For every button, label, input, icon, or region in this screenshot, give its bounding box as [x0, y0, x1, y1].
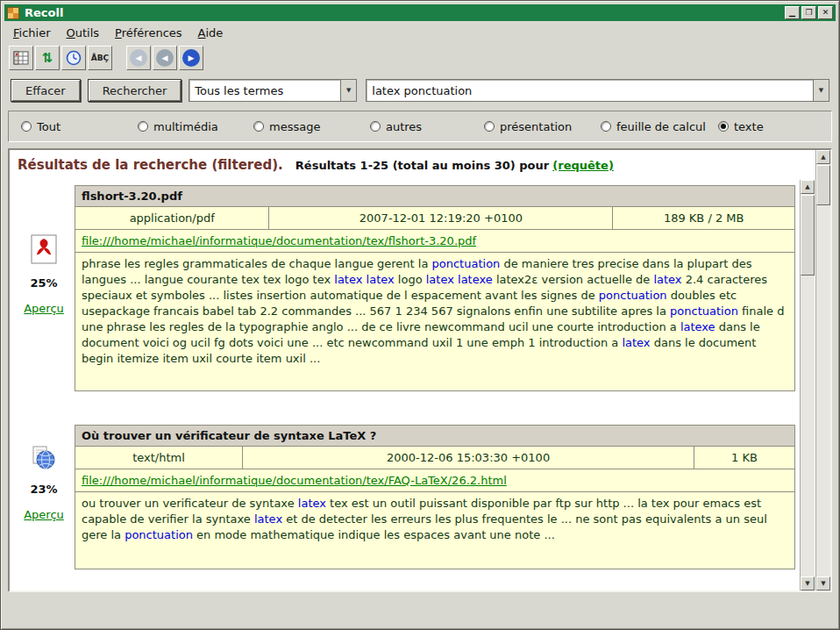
nav-first-icon: ◀: [130, 49, 147, 67]
result-url-link[interactable]: file:///home/michael/informatique/docume…: [82, 234, 476, 247]
sort-button[interactable]: ⇅: [35, 46, 60, 70]
radio-icon[interactable]: [718, 121, 729, 132]
result-side-panel: 25% Aperçu: [13, 185, 75, 391]
category-filter-frame: Tout multimédia message autres présentat…: [8, 111, 832, 142]
scrollbar-thumb[interactable]: [816, 165, 830, 205]
filter-presentation[interactable]: présentation: [484, 120, 601, 133]
term-explorer-icon: ÂBÇ: [91, 54, 109, 62]
clear-button[interactable]: Effacer: [11, 79, 81, 102]
titlebar[interactable]: Recoll ▁ ❐ ✕: [4, 4, 836, 21]
radio-icon[interactable]: [138, 121, 148, 132]
result-abstract: ou trouver un verificateur de syntaxe la…: [75, 492, 795, 569]
relevance-percent: 25%: [30, 276, 57, 290]
radio-icon[interactable]: [21, 121, 32, 132]
result-mime: text/html: [75, 447, 243, 469]
menu-outils[interactable]: Outils: [59, 25, 108, 41]
nav-forward-button[interactable]: ▶: [179, 46, 203, 70]
filter-feuille-de-calcul[interactable]: feuille de calcul: [601, 120, 718, 133]
search-mode-select[interactable]: Tous les termes ▼: [189, 79, 357, 102]
pdf-document-icon: [31, 234, 57, 264]
relevance-percent: 23%: [30, 483, 57, 496]
result-item: 23% Aperçu Où trouver un vérificateur de…: [13, 425, 797, 569]
window-title: Recoll: [25, 6, 783, 19]
results-header: Résultats de la recherche (filtered). Ré…: [10, 150, 799, 175]
app-icon: [7, 7, 19, 19]
results-summary: Résultats 1-25 (total au moins 30) pour: [295, 159, 549, 172]
result-url-link[interactable]: file:///home/michael/informatique/docume…: [82, 474, 507, 487]
filter-texte[interactable]: texte: [718, 120, 819, 133]
toolbar: ⇅ ÂBÇ ◀ ◀ ▶: [9, 45, 205, 71]
history-button[interactable]: [61, 46, 86, 70]
filter-label: autres: [386, 120, 422, 133]
clear-search-button[interactable]: [9, 46, 33, 70]
search-button[interactable]: Rechercher: [88, 79, 182, 102]
radio-icon[interactable]: [484, 121, 495, 132]
filter-label: texte: [734, 120, 764, 133]
chevron-down-icon[interactable]: ▼: [340, 80, 356, 101]
nav-first-button[interactable]: ◀: [126, 46, 151, 70]
results-frame: Résultats de la recherche (filtered). Ré…: [8, 148, 832, 592]
minimize-button[interactable]: ▁: [785, 6, 800, 19]
result-table: Où trouver un vérificateur de syntaxe La…: [75, 425, 795, 569]
clock-icon: [66, 50, 82, 66]
sort-arrows-icon: ⇅: [42, 50, 53, 66]
radio-icon[interactable]: [370, 121, 381, 132]
app-window: Recoll ▁ ❐ ✕ Fichier Outils Préférences …: [0, 0, 840, 630]
nav-back-button[interactable]: ◀: [153, 46, 177, 70]
nav-back-icon: ◀: [156, 49, 174, 67]
filter-label: Tout: [37, 120, 61, 133]
toolbar-separator: [114, 46, 126, 70]
menu-preferences[interactable]: Préférences: [107, 25, 189, 41]
radio-icon[interactable]: [253, 121, 264, 132]
term-explorer-button[interactable]: ÂBÇ: [88, 46, 112, 70]
scroll-down-icon[interactable]: ▼: [801, 576, 815, 591]
chevron-down-icon[interactable]: ▼: [813, 80, 829, 101]
preview-link[interactable]: Aperçu: [24, 508, 64, 521]
filter-tout[interactable]: Tout: [21, 120, 138, 133]
scrollbar-thumb[interactable]: [801, 195, 815, 276]
results-list: Résultats de la recherche (filtered). Ré…: [10, 150, 799, 591]
clear-table-icon: [13, 51, 29, 65]
result-table: flshort-3.20.pdf application/pdf 2007-12…: [75, 185, 795, 391]
result-side-panel: 23% Aperçu: [13, 425, 75, 569]
result-abstract: phrase les regles grammaticales de chaqu…: [75, 253, 795, 391]
search-mode-value: Tous les termes: [189, 80, 340, 101]
filter-multimedia[interactable]: multimédia: [138, 120, 253, 133]
scroll-up-icon[interactable]: ▲: [816, 150, 830, 164]
close-button[interactable]: ✕: [818, 6, 833, 19]
menubar: Fichier Outils Préférences Aide: [5, 24, 835, 42]
result-mime: application/pdf: [75, 207, 269, 230]
filter-autres[interactable]: autres: [370, 120, 484, 133]
filter-label: message: [269, 120, 320, 133]
search-input[interactable]: [367, 80, 813, 101]
filter-message[interactable]: message: [253, 120, 370, 133]
result-size: 1 KB: [694, 447, 795, 469]
result-title: flshort-3.20.pdf: [75, 186, 795, 207]
filter-label: présentation: [500, 120, 572, 133]
scroll-down-icon[interactable]: ▼: [816, 576, 830, 591]
filter-label: multimédia: [153, 120, 218, 133]
search-row: Effacer Rechercher Tous les termes ▼ ▼: [11, 79, 829, 102]
result-date: 2007-12-01 12:19:20 +0100: [269, 207, 613, 230]
maximize-button[interactable]: ❐: [801, 6, 816, 19]
preview-link[interactable]: Aperçu: [24, 302, 64, 315]
scroll-up-icon[interactable]: ▲: [801, 180, 815, 194]
menu-aide[interactable]: Aide: [190, 25, 231, 41]
html-document-icon: [32, 446, 56, 470]
outer-scrollbar[interactable]: ▲ ▼: [815, 150, 830, 591]
result-item: 25% Aperçu flshort-3.20.pdf application/…: [13, 185, 797, 391]
query-combobox: ▼: [366, 79, 829, 102]
query-link[interactable]: (requête): [552, 159, 614, 172]
result-size: 189 KB / 2 MB: [613, 207, 795, 230]
results-title: Résultats de la recherche (filtered).: [18, 157, 283, 173]
filter-label: feuille de calcul: [616, 120, 706, 133]
menu-fichier[interactable]: Fichier: [5, 25, 59, 41]
nav-forward-icon: ▶: [182, 49, 200, 67]
result-date: 2000-12-06 15:03:30 +0100: [243, 447, 694, 469]
result-title: Où trouver un vérificateur de syntaxe La…: [75, 426, 795, 447]
radio-icon[interactable]: [601, 121, 611, 132]
inner-scrollbar[interactable]: ▲ ▼: [800, 180, 815, 591]
